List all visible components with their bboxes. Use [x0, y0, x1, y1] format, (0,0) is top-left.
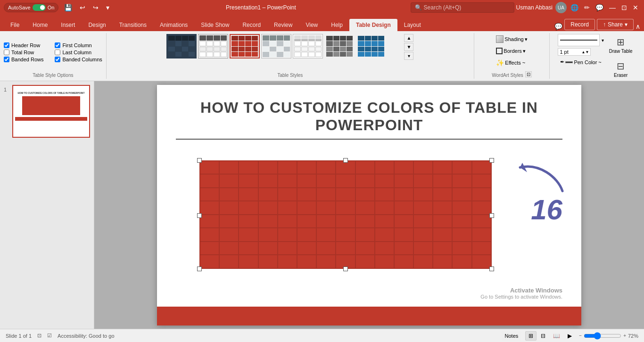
restore-button[interactable]: ⊡ — [619, 3, 629, 12]
table-cell[interactable] — [258, 228, 278, 242]
table-cell[interactable] — [278, 201, 297, 215]
table-cell[interactable] — [239, 174, 258, 188]
table-cell[interactable] — [316, 188, 336, 201]
table-cell[interactable] — [297, 161, 316, 175]
handle-top-mid[interactable] — [343, 158, 348, 163]
fit-slide-icon[interactable]: ⊡ — [37, 333, 41, 339]
table-cell[interactable] — [452, 174, 471, 188]
table-cell[interactable] — [472, 188, 491, 201]
search-input[interactable] — [424, 4, 509, 11]
table-cell[interactable] — [375, 228, 394, 242]
draw-table-button[interactable]: ⊞ Draw Table — [606, 34, 636, 56]
customize-qat-button[interactable]: ▾ — [104, 3, 111, 12]
table-cell[interactable] — [297, 228, 316, 242]
table-cell[interactable] — [433, 188, 452, 201]
table-style-1[interactable] — [166, 34, 197, 58]
table-cell[interactable] — [375, 174, 394, 188]
table-style-5[interactable] — [293, 34, 323, 58]
help-button[interactable]: 💬 — [554, 23, 562, 30]
table-cell[interactable] — [239, 242, 258, 255]
table-styles-gallery[interactable] — [166, 34, 402, 58]
slide-show-button[interactable]: ▶ — [564, 331, 575, 341]
banded-columns-checkbox[interactable]: Banded Columns — [55, 57, 102, 62]
table-cell[interactable] — [472, 242, 491, 255]
banded-rows-checkbox[interactable]: Banded Rows — [4, 57, 51, 62]
table-cell[interactable] — [452, 201, 471, 215]
table-cell[interactable] — [375, 255, 394, 268]
table-cell[interactable] — [297, 215, 316, 228]
zoom-in-icon[interactable]: + — [623, 333, 626, 338]
slide-thumbnail[interactable]: HOW TO CUSTOMIZE COLORS OF TABLE IN POWE… — [12, 85, 90, 138]
table-cell[interactable] — [200, 161, 219, 175]
table-cell[interactable] — [219, 188, 239, 201]
table-cell[interactable] — [336, 174, 355, 188]
handle-top-left[interactable] — [197, 158, 202, 163]
table-cell[interactable] — [433, 201, 452, 215]
tab-layout[interactable]: Layout — [397, 19, 428, 31]
table-cell[interactable] — [413, 201, 433, 215]
slide-table-wrapper[interactable] — [199, 160, 492, 269]
collapse-ribbon-button[interactable]: ∧ — [636, 23, 640, 30]
table-cell[interactable] — [200, 215, 219, 228]
table-cell[interactable] — [394, 242, 413, 255]
table-cell[interactable] — [452, 228, 471, 242]
save-button[interactable]: 💾 — [62, 3, 74, 12]
record-button[interactable]: Record — [564, 19, 595, 30]
reading-view-button[interactable]: 📖 — [550, 331, 563, 341]
table-cell[interactable] — [278, 228, 297, 242]
search-box[interactable]: 🔍 — [411, 2, 514, 13]
feedback-btn[interactable]: 💬 — [594, 3, 605, 12]
table-cell[interactable] — [413, 161, 433, 175]
table-cell[interactable] — [452, 215, 471, 228]
table-cell[interactable] — [452, 188, 471, 201]
handle-bot-left[interactable] — [197, 267, 202, 271]
table-cell[interactable] — [472, 228, 491, 242]
table-cell[interactable] — [278, 161, 297, 175]
table-cell[interactable] — [219, 161, 239, 175]
table-cell[interactable] — [375, 242, 394, 255]
normal-view-button[interactable]: ⊞ — [525, 331, 537, 341]
last-column-input[interactable] — [55, 50, 60, 55]
handle-mid-right[interactable] — [489, 213, 494, 218]
table-cell[interactable] — [355, 161, 375, 175]
table-cell[interactable] — [239, 188, 258, 201]
tab-animations[interactable]: Animations — [153, 19, 194, 31]
line-style-picker[interactable] — [558, 34, 599, 46]
table-cell[interactable] — [394, 201, 413, 215]
table-cell[interactable] — [355, 188, 375, 201]
table-cell[interactable] — [258, 188, 278, 201]
tab-file[interactable]: File — [4, 19, 26, 31]
table-cell[interactable] — [316, 242, 336, 255]
table-cell[interactable] — [433, 174, 452, 188]
close-button[interactable]: ✕ — [631, 3, 640, 12]
table-cell[interactable] — [472, 201, 491, 215]
table-cell[interactable] — [200, 174, 219, 188]
effects-button[interactable]: ✨ Effects ~ — [494, 58, 528, 68]
table-cell[interactable] — [297, 201, 316, 215]
table-cell[interactable] — [336, 161, 355, 175]
table-cell[interactable] — [433, 242, 452, 255]
line-style-expand[interactable]: ▾ — [602, 38, 604, 43]
table-cell[interactable] — [316, 228, 336, 242]
header-row-checkbox[interactable]: Header Row — [4, 42, 51, 48]
pen-color-button[interactable]: ✒ Pen Color ~ — [558, 58, 603, 67]
handle-bot-mid[interactable] — [343, 267, 348, 271]
table-cell[interactable] — [472, 215, 491, 228]
table-cell[interactable] — [394, 228, 413, 242]
table-style-6[interactable] — [324, 34, 355, 58]
table-cell[interactable] — [316, 174, 336, 188]
table-cell[interactable] — [375, 188, 394, 201]
table-cell[interactable] — [355, 201, 375, 215]
table-cell[interactable] — [316, 201, 336, 215]
slide-sorter-button[interactable]: ⊟ — [537, 331, 549, 341]
wordart-expand[interactable]: ⊡ — [525, 71, 532, 77]
table-cell[interactable] — [413, 255, 433, 268]
header-row-input[interactable] — [4, 42, 9, 48]
table-cell[interactable] — [336, 201, 355, 215]
table-cell[interactable] — [258, 215, 278, 228]
table-cell[interactable] — [433, 255, 452, 268]
last-column-checkbox[interactable]: Last Column — [55, 50, 102, 55]
tab-transitions[interactable]: Transitions — [113, 19, 153, 31]
table-cell[interactable] — [219, 242, 239, 255]
share-button[interactable]: ↑ Share ▾ — [597, 19, 634, 30]
